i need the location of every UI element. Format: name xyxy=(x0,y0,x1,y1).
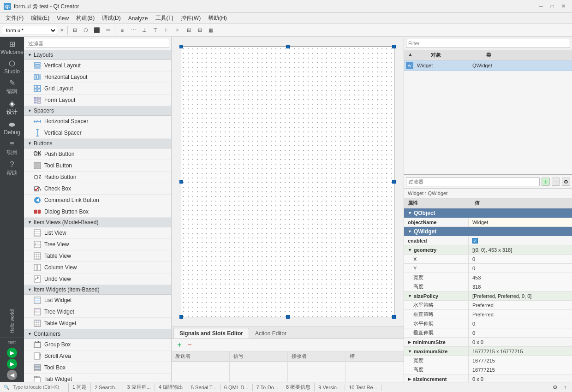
menu-tools[interactable]: 工具(T) xyxy=(152,13,177,23)
status-problems[interactable]: 1 问题 xyxy=(69,383,91,392)
vstretch-value[interactable]: 0 xyxy=(469,328,572,337)
handle-mid-right[interactable] xyxy=(392,180,396,184)
hpolicy-value[interactable]: Preferred xyxy=(469,301,572,309)
height-value[interactable]: 318 xyxy=(469,282,572,291)
menu-analyze[interactable]: Analyze xyxy=(125,14,152,23)
widget-tab-widget[interactable]: Tab Widget xyxy=(24,374,171,382)
category-item-views[interactable]: ▼ Item Views (Model-Based) xyxy=(24,218,171,227)
run-button[interactable]: ▶ xyxy=(7,348,17,358)
hello-world-label[interactable]: Hello world! xyxy=(10,305,15,337)
category-layouts[interactable]: ▼ Layouts xyxy=(24,50,171,60)
tab-action-editor[interactable]: Action Editor xyxy=(249,328,292,339)
widget-list-view[interactable]: List View xyxy=(24,227,171,239)
prop-filter-input[interactable] xyxy=(406,177,540,186)
handle-top-mid[interactable] xyxy=(286,45,290,48)
minimumsize-value[interactable]: 0 x 0 xyxy=(469,338,572,346)
widget-tree-widget[interactable]: Tree Widget xyxy=(24,306,171,318)
handle-top-left[interactable] xyxy=(179,45,183,48)
qwidget-section[interactable]: ▼ QWidget xyxy=(404,227,572,236)
toolbar-btn-6[interactable]: ⋯ xyxy=(128,25,138,36)
widget-list-widget[interactable]: List Widget xyxy=(24,295,171,306)
tab-close-button[interactable]: ✕ xyxy=(58,27,66,34)
menu-build[interactable]: 构建(B) xyxy=(72,13,98,23)
status-version[interactable]: 9 Versio... xyxy=(315,384,345,391)
menu-view[interactable]: View xyxy=(53,14,72,23)
menu-edit[interactable]: 编辑(E) xyxy=(27,13,53,23)
qobject-section[interactable]: ▼ QObject xyxy=(404,208,572,218)
maximize-button[interactable]: □ xyxy=(547,2,557,11)
widget-tree-view[interactable]: Tree View xyxy=(24,239,171,250)
tab-signals-slots[interactable]: Signals and Slots Editor xyxy=(173,328,249,339)
sidebar-item-debug[interactable]: ⬬ Debug xyxy=(1,119,23,137)
sizeincrement-value[interactable]: 0 x 0 xyxy=(469,374,572,382)
widget-group-box[interactable]: title Group Box xyxy=(24,339,171,350)
max-width-value[interactable]: 16777215 xyxy=(469,356,572,365)
object-row-widget[interactable]: W Widget QWidget xyxy=(404,60,572,71)
widget-column-view[interactable]: Column View xyxy=(24,262,171,273)
tab-selector[interactable]: form.ui* xyxy=(2,26,57,35)
minimize-button[interactable]: ─ xyxy=(536,2,546,11)
widget-table-widget[interactable]: Table Widget xyxy=(24,318,171,329)
menu-help[interactable]: 帮助(H) xyxy=(204,13,231,23)
width-value[interactable]: 453 xyxy=(469,273,572,282)
enabled-value[interactable]: ✓ xyxy=(469,236,572,245)
category-buttons[interactable]: ▼ Buttons xyxy=(24,139,171,148)
toolbar-btn-9[interactable]: ⊦ xyxy=(161,25,172,36)
status-compile[interactable]: 4 编译输出 xyxy=(155,383,187,392)
status-search[interactable]: 2 Search... xyxy=(91,384,123,391)
add-signal-button[interactable]: + xyxy=(175,341,184,349)
sidebar-item-studio[interactable]: ⬡ Studio xyxy=(1,58,23,77)
toolbar-btn-2[interactable]: ⬡ xyxy=(81,25,91,36)
sidebar-item-design[interactable]: ◈ 设计 xyxy=(1,98,23,118)
toolbar-btn-10[interactable]: ⊧ xyxy=(173,25,183,36)
status-settings-button[interactable]: ⚙ xyxy=(550,382,560,392)
status-overview[interactable]: 8 概要信息 xyxy=(282,383,315,392)
toolbar-btn-3[interactable]: ⬛ xyxy=(92,25,102,36)
widget-scroll-area[interactable]: Scroll Area xyxy=(24,350,171,362)
locate-input[interactable] xyxy=(11,384,66,391)
sidebar-item-welcome[interactable]: ⊞ Welcome xyxy=(1,39,23,57)
sizepolicy-value[interactable]: [Preferred, Preferred, 0, 0] xyxy=(469,291,572,300)
handle-bottom-right[interactable] xyxy=(392,315,396,319)
handle-top-right[interactable] xyxy=(392,45,396,48)
prop-settings-button[interactable]: ⚙ xyxy=(562,178,570,186)
toolbar-btn-7[interactable]: ⊥ xyxy=(139,25,149,36)
x-value[interactable]: 0 xyxy=(469,255,572,263)
vpolicy-value[interactable]: Preferred xyxy=(469,310,572,319)
y-value[interactable]: 0 xyxy=(469,264,572,273)
status-serial[interactable]: 5 Serial T... xyxy=(187,384,220,391)
widget-table-view[interactable]: Table View xyxy=(24,250,171,262)
widget-tool-box[interactable]: Tool Box xyxy=(24,362,171,374)
widget-vertical-layout[interactable]: Vertical Layout xyxy=(24,60,171,71)
prop-remove-button[interactable]: − xyxy=(552,178,560,186)
widget-vertical-spacer[interactable]: Vertical Spacer xyxy=(24,127,171,139)
hstretch-value[interactable]: 0 xyxy=(469,319,572,328)
form-canvas-inner[interactable] xyxy=(181,47,394,317)
widget-horizontal-layout[interactable]: Horizontal Layout xyxy=(24,71,171,83)
widget-dialog-button-box[interactable]: Dialog Button Box xyxy=(24,206,171,218)
toolbar-btn-12[interactable]: ⊟ xyxy=(195,25,205,36)
status-app[interactable]: 3 应用程... xyxy=(123,383,155,392)
geometry-value[interactable]: [(0, 0), 453 x 318] xyxy=(469,245,572,254)
run-button-2[interactable]: ▶ xyxy=(7,359,17,369)
widget-form-layout[interactable]: Form Layout xyxy=(24,95,171,106)
max-height-value[interactable]: 16777215 xyxy=(469,365,572,374)
prop-add-button[interactable]: + xyxy=(542,178,550,186)
category-item-widgets[interactable]: ▼ Item Widgets (Item-Based) xyxy=(24,285,171,295)
widget-filter-input[interactable] xyxy=(26,39,169,48)
menu-file[interactable]: 文件(F) xyxy=(2,13,27,23)
widget-tool-button[interactable]: Tool Button xyxy=(24,160,171,172)
widget-horizontal-spacer[interactable]: Horizontal Spacer xyxy=(24,116,171,127)
widget-grid-layout[interactable]: Grid Layout xyxy=(24,83,171,95)
status-todo[interactable]: 7 To-Do... xyxy=(253,384,283,391)
toolbar-btn-11[interactable]: ⊞ xyxy=(184,25,194,36)
toolbar-btn-4[interactable]: ✂ xyxy=(103,25,113,36)
category-containers[interactable]: ▼ Containers xyxy=(24,329,171,339)
toolbar-btn-8[interactable]: ⊤ xyxy=(150,25,161,36)
design-canvas[interactable] xyxy=(172,37,404,327)
handle-mid-left[interactable] xyxy=(179,180,183,184)
widget-radio-button[interactable]: ab Radio Button xyxy=(24,172,171,183)
status-qml[interactable]: 6 QML D... xyxy=(220,384,253,391)
toolbar-btn-5[interactable]: ≡ xyxy=(117,25,127,36)
close-button[interactable]: ✕ xyxy=(558,2,568,11)
